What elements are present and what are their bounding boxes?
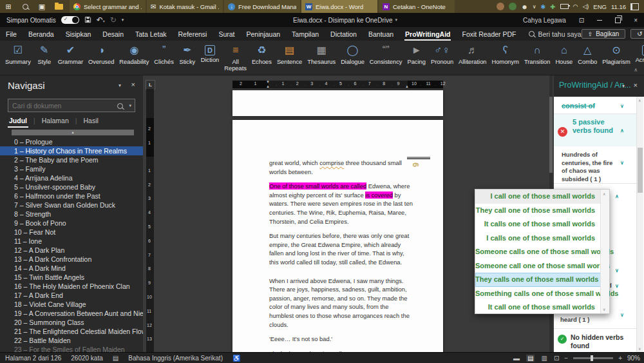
- highlighted-text[interactable]: is covered: [365, 191, 393, 199]
- restore-button[interactable]: [609, 13, 627, 27]
- nav-heading-item[interactable]: 10 – Fear Not: [0, 228, 143, 237]
- scrollbar-thumb[interactable]: [549, 97, 553, 173]
- chevron-up-icon[interactable]: ∧: [620, 128, 624, 133]
- style-button[interactable]: ✎Style: [33, 41, 55, 72]
- ribbon-tab-file[interactable]: File: [0, 27, 23, 41]
- document-page[interactable]: 6 great world, which comprise three thou…: [232, 120, 443, 352]
- chevron-up-icon[interactable]: ∧: [615, 193, 619, 199]
- nav-heading-item[interactable]: 4 – Arrijana Adelina: [0, 173, 143, 182]
- taskbar-tab[interactable]: ↓Free Download Mana...: [224, 0, 300, 13]
- zoom-in-icon[interactable]: +: [618, 355, 622, 362]
- tray-avatar-1[interactable]: [497, 3, 504, 10]
- homonym-button[interactable]: ʕHomonym: [489, 41, 522, 72]
- zoom-slider-thumb[interactable]: [591, 355, 593, 361]
- right-indent-marker[interactable]: ▲: [405, 84, 409, 88]
- passive-verbs-title[interactable]: 5 passive verbs found: [573, 118, 615, 135]
- suggestion-option[interactable]: I call one of those small worlds: [475, 190, 609, 204]
- consistency-button[interactable]: “”Consistency: [367, 41, 405, 72]
- nav-heading-item[interactable]: 11 – Ione: [0, 237, 143, 246]
- scroll-up-icon[interactable]: ∧: [638, 98, 641, 103]
- suggestion-option[interactable]: I calls one of those small worlds: [475, 231, 609, 246]
- zoom-level[interactable]: 90%: [627, 355, 640, 362]
- tab-stop-selector[interactable]: L: [146, 80, 155, 90]
- ribbon-display-options-icon[interactable]: ⊡: [573, 13, 591, 27]
- share-button[interactable]: ⇧Bagikan: [582, 29, 626, 39]
- save-icon[interactable]: [84, 16, 91, 25]
- suggestion-option[interactable]: Someone call one of those small worlds: [475, 259, 609, 273]
- close-button[interactable]: ×: [627, 13, 644, 27]
- nav-tab-judul[interactable]: Judul: [8, 117, 28, 124]
- redo-icon[interactable]: ↻: [110, 15, 117, 25]
- search-icon[interactable]: [17, 0, 33, 13]
- tell-me-search[interactable]: Beri tahu saya: [529, 30, 582, 38]
- word-count[interactable]: 26020 kata: [71, 355, 103, 362]
- echoes-button[interactable]: ♻Echoes: [249, 41, 274, 72]
- autosave-toggle[interactable]: ✓: [61, 16, 79, 24]
- paragraph[interactable]: great world, which comprise three thousa…: [269, 159, 414, 176]
- document-search-input[interactable]: [8, 100, 113, 112]
- collapse-ribbon-icon[interactable]: ∧: [634, 67, 638, 73]
- scrollbar-thumb[interactable]: [638, 148, 643, 193]
- taskbar-tab[interactable]: WEiwa.docx - Word: [301, 0, 377, 13]
- ribbon-tab-sisipkan[interactable]: Sisipkan: [60, 27, 97, 41]
- nav-tab-hasil[interactable]: Hasil: [82, 117, 100, 124]
- left-indent-marker[interactable]: ▲: [266, 84, 270, 88]
- chevron-down-icon[interactable]: ∨: [620, 160, 624, 166]
- body-text[interactable]: great world, which: [269, 159, 319, 166]
- nav-heading-item[interactable]: 17 – A Dark End: [0, 291, 143, 300]
- ribbon-tab-desain[interactable]: Desain: [97, 27, 129, 41]
- sticky-button[interactable]: ✒Sticky: [176, 41, 198, 72]
- clock[interactable]: 11.16: [611, 3, 626, 10]
- task-view-icon[interactable]: ▣: [33, 0, 50, 13]
- taskbar-tab[interactable]: Select grammar and ...: [70, 0, 146, 13]
- nav-heading-item[interactable]: 20 – Summoning Class: [0, 318, 143, 327]
- vertical-ruler[interactable]: 2112345678910111213: [146, 89, 154, 352]
- taskbar-tab[interactable]: NCetakan - OneNote: [379, 0, 455, 13]
- pacing-button[interactable]: ►Pacing: [405, 41, 428, 72]
- navigation-options-caret-icon[interactable]: ▾: [118, 83, 121, 88]
- battery-icon[interactable]: [560, 4, 569, 9]
- suggestion-consist-of[interactable]: consist of: [562, 102, 595, 110]
- ribbon-tab-tampilan[interactable]: Tampilan: [286, 27, 325, 41]
- nav-heading-item[interactable]: 6 – Halfmoon under the Past: [0, 191, 143, 201]
- proofing-status-icon[interactable]: ▤: [113, 355, 118, 362]
- zoom-out-icon[interactable]: −: [564, 355, 568, 362]
- nav-heading-item[interactable]: 22 – Battle Maiden: [0, 336, 143, 345]
- overused-button[interactable]: ◑Overused: [86, 41, 117, 72]
- chevron-down-icon[interactable]: ∨: [615, 268, 619, 273]
- flagged-text[interactable]: comprise: [319, 159, 344, 166]
- passive-verb-item[interactable]: Hundreds of centuries, the fire of chaos…: [562, 151, 616, 183]
- suggestion-option[interactable]: It call one of those small worlds: [475, 300, 609, 315]
- first-line-indent-marker[interactable]: ▼: [266, 80, 270, 84]
- taskbar-tab[interactable]: ✉Kotak masuk - Gmail ...: [147, 0, 223, 13]
- collapsed-heading-bar[interactable]: ▴: [12, 130, 134, 135]
- combo-button[interactable]: △Combo: [575, 41, 600, 72]
- nav-tab-halaman[interactable]: Halaman: [41, 117, 70, 124]
- ribbon-tab-tata-letak[interactable]: Tata Letak: [129, 27, 172, 41]
- nav-heading-item[interactable]: 12 – A Dark Plan: [0, 246, 143, 255]
- ribbon-tab-peninjauan[interactable]: Peninjauan: [241, 27, 287, 41]
- all-repeats-button[interactable]: ≡All Repeats: [222, 41, 249, 72]
- alliteration-button[interactable]: ♬Alliteration: [456, 41, 489, 72]
- horizontal-ruler[interactable]: 211·2·3·4·5·6·7·8·9·10·11·12·▼▲▲: [232, 81, 443, 88]
- undo-icon[interactable]: ↶▾: [97, 15, 105, 25]
- print-layout-icon[interactable]: ▤: [526, 355, 535, 362]
- nav-heading-item[interactable]: 15 – Twin Battle Angels: [0, 273, 143, 282]
- history-button[interactable]: ↺Riwayat: [630, 29, 644, 39]
- read-mode-icon[interactable]: ▬: [512, 355, 521, 362]
- file-explorer-icon[interactable]: [50, 0, 67, 13]
- nav-heading-item[interactable]: 5 – Unsilver-spooned Baby: [0, 182, 143, 191]
- nav-heading-item[interactable]: 13 – A Dark Confrontation: [0, 255, 143, 264]
- nav-heading-item[interactable]: 9 – Book of Pono: [0, 219, 143, 228]
- clich-s-button[interactable]: ”Clichés: [151, 41, 176, 72]
- nav-heading-item[interactable]: 21 – The Enlightened Celestial Maiden Fl…: [0, 327, 143, 336]
- nav-heading-item[interactable]: 18 – Violet Cane Village: [0, 300, 143, 309]
- previous-page-bottom[interactable]: [232, 90, 443, 116]
- nav-heading-item[interactable]: 1 – History of Chaos in Three Realms: [0, 146, 143, 155]
- tray-avatar-2[interactable]: [509, 3, 516, 10]
- summary-button[interactable]: ☑Summary: [3, 41, 33, 72]
- scroll-up-icon[interactable]: ∧: [603, 191, 605, 196]
- volume-icon[interactable]: ◁): [582, 3, 589, 10]
- navigation-close-icon[interactable]: ×: [131, 81, 135, 88]
- paragraph[interactable]: When I arrived above Edwena, I saw many …: [269, 277, 414, 329]
